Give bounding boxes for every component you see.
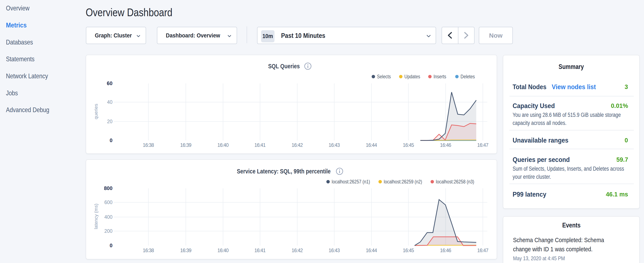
svg-text:16:42: 16:42 (292, 248, 303, 253)
svg-text:16:45: 16:45 (403, 142, 414, 148)
svg-text:16:42: 16:42 (292, 142, 303, 148)
svg-text:16:41: 16:41 (254, 142, 266, 148)
svg-text:16:38: 16:38 (143, 142, 154, 148)
svg-text:16:43: 16:43 (329, 142, 340, 148)
svg-text:20: 20 (107, 119, 112, 124)
svg-text:latency (ms): latency (ms) (93, 204, 99, 229)
svg-text:16:46: 16:46 (440, 142, 451, 148)
svg-text:16:47: 16:47 (477, 248, 488, 253)
svg-text:16:38: 16:38 (143, 248, 154, 253)
svg-text:600: 600 (104, 200, 112, 205)
svg-text:16:47: 16:47 (477, 142, 488, 148)
svg-text:16:40: 16:40 (218, 248, 229, 253)
svg-text:800: 800 (104, 185, 112, 191)
svg-text:16:41: 16:41 (254, 248, 266, 253)
svg-text:16:39: 16:39 (180, 142, 192, 148)
svg-text:16:44: 16:44 (366, 142, 377, 148)
svg-text:0: 0 (110, 137, 112, 143)
svg-text:16:39: 16:39 (180, 248, 192, 253)
svg-text:40: 40 (107, 99, 112, 105)
svg-text:0: 0 (110, 242, 112, 248)
svg-text:16:44: 16:44 (366, 248, 377, 253)
svg-text:200: 200 (104, 228, 112, 234)
svg-text:400: 400 (104, 214, 112, 220)
svg-text:60: 60 (107, 80, 112, 86)
svg-text:16:40: 16:40 (218, 142, 229, 148)
svg-text:16:46: 16:46 (440, 248, 451, 253)
svg-text:16:45: 16:45 (403, 248, 414, 253)
svg-text:16:43: 16:43 (329, 248, 340, 253)
svg-text:queries: queries (93, 104, 99, 119)
